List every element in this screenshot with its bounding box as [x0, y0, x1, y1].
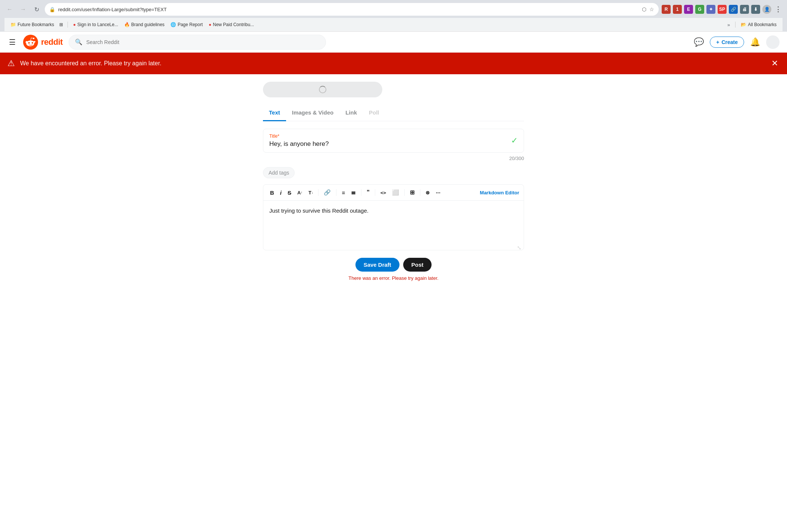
all-bookmarks-folder-icon: 📂	[741, 22, 746, 27]
editor-resize-handle[interactable]: ⤡	[263, 245, 524, 250]
security-icon: 🔒	[49, 7, 55, 12]
forward-button[interactable]: →	[18, 4, 28, 15]
buttons-row: Save Draft Post	[355, 258, 432, 272]
editor-toolbar: B i S A↑ T↓ 🔗 ≡ ≣ " <> ⬜ ⊞ ⊗ ··· Markdow…	[263, 185, 524, 201]
separator-2	[735, 22, 736, 28]
tab-link[interactable]: Link	[339, 105, 363, 121]
bookmark-label: Sign in to LanceLe...	[77, 22, 118, 27]
toolbar-sep-4	[375, 189, 375, 196]
spoiler-button[interactable]: ⊗	[423, 188, 432, 197]
table-button[interactable]: ⊞	[408, 188, 417, 197]
add-tags-button[interactable]: Add tags	[263, 167, 295, 178]
required-star: *	[278, 134, 279, 139]
toolbar-sep-6	[420, 189, 420, 196]
bookmark-label: Future Bookmarks	[18, 22, 54, 27]
post-tabs: Text Images & Video Link Poll	[263, 105, 524, 121]
ext-icon-3[interactable]: E	[684, 5, 693, 14]
ext-icon-1[interactable]: R	[662, 5, 671, 14]
create-button[interactable]: + Create	[710, 37, 744, 48]
folder-icon: 📁	[10, 22, 16, 27]
ext-icon-5[interactable]: ✦	[706, 5, 715, 14]
save-draft-button[interactable]: Save Draft	[355, 258, 399, 272]
ext-icon-2[interactable]: 1	[673, 5, 682, 14]
warning-icon: ⚠	[7, 59, 15, 68]
cast-icon[interactable]: ⬡	[642, 6, 646, 12]
text-size-button[interactable]: T↓	[306, 188, 315, 197]
reddit-icon	[23, 35, 38, 50]
main-content: Text Images & Video Link Poll Title* ✓ 2…	[255, 74, 532, 288]
notification-button[interactable]: 🔔	[750, 37, 760, 47]
title-input[interactable]	[269, 140, 518, 148]
search-icon: 🔍	[75, 38, 82, 46]
editor-wrap: B i S A↑ T↓ 🔗 ≡ ≣ " <> ⬜ ⊞ ⊗ ··· Markdow…	[263, 184, 524, 250]
resize-icon: ⤡	[517, 245, 521, 251]
ext-icon-9[interactable]: ⬇	[751, 5, 760, 14]
paid-icon: ●	[209, 22, 211, 27]
ext-icon-8[interactable]: 🖨	[740, 5, 749, 14]
back-button[interactable]: ←	[4, 4, 15, 15]
blockquote-button[interactable]: "	[364, 188, 372, 197]
reddit-logo[interactable]: reddit	[23, 35, 63, 50]
loading-bar	[263, 82, 382, 97]
bookmark-lancele[interactable]: ● Sign in to LanceLe...	[71, 21, 120, 28]
markdown-editor-button[interactable]: Markdown Editor	[480, 190, 519, 195]
tab-text[interactable]: Text	[263, 105, 286, 121]
inline-code-button[interactable]: <>	[378, 188, 389, 197]
browser-chrome: ← → ↻ 🔒 reddit.com/user/Inflation-Large/…	[0, 0, 787, 32]
toolbar-sep-3	[361, 189, 361, 196]
bold-button[interactable]: B	[268, 188, 276, 197]
toolbar-sep-1	[318, 189, 319, 196]
grid-icon[interactable]: ⊞	[58, 21, 65, 28]
ext-icon-6[interactable]: SP	[718, 5, 727, 14]
title-check-icon: ✓	[511, 136, 518, 145]
ordered-list-button[interactable]: ≣	[349, 188, 358, 197]
bookmark-page-report[interactable]: 🌐 Page Report	[168, 21, 205, 28]
error-close-button[interactable]: ✕	[770, 59, 780, 68]
bookmark-future-bookmarks[interactable]: 📁 Future Bookmarks	[8, 21, 56, 28]
loading-area	[263, 82, 524, 97]
bookmark-brand-guidelines[interactable]: 🔥 Brand guidelines	[122, 21, 167, 28]
strikethrough-button[interactable]: S	[285, 188, 294, 197]
avatar[interactable]	[766, 35, 780, 49]
search-input[interactable]	[86, 39, 320, 45]
bookmark-label: Page Report	[178, 22, 203, 27]
code-block-button[interactable]: ⬜	[390, 188, 401, 197]
header-right: 💬 + Create 🔔	[694, 35, 780, 49]
unordered-list-button[interactable]: ≡	[339, 188, 347, 197]
tab-images-video[interactable]: Images & Video	[286, 105, 339, 121]
browser-titlebar: ← → ↻ 🔒 reddit.com/user/Inflation-Large/…	[4, 3, 783, 16]
reload-button[interactable]: ↻	[31, 4, 42, 15]
page-report-icon: 🌐	[170, 22, 176, 27]
search-bar[interactable]: 🔍	[69, 35, 326, 50]
hamburger-button[interactable]: ☰	[7, 36, 17, 48]
editor-body[interactable]: Just trying to survive this Reddit outag…	[263, 201, 524, 245]
bookmark-label: New Paid Contribu...	[213, 22, 254, 27]
chat-button[interactable]: 💬	[694, 37, 704, 47]
toolbar-sep-5	[404, 189, 405, 196]
toolbar-sep-2	[336, 189, 336, 196]
all-bookmarks[interactable]: 📂 All Bookmarks	[739, 21, 779, 28]
ext-icon-4[interactable]: G	[695, 5, 704, 14]
bottom-actions: Save Draft Post There was an error. Plea…	[263, 258, 524, 281]
italic-button[interactable]: i	[278, 188, 284, 197]
all-bookmarks-label: All Bookmarks	[748, 22, 777, 27]
bookmark-paid-contrib[interactable]: ● New Paid Contribu...	[207, 21, 256, 28]
title-label: Title*	[269, 134, 518, 139]
link-button[interactable]: 🔗	[322, 188, 333, 197]
more-button[interactable]: ···	[433, 188, 443, 197]
create-label: Create	[721, 39, 738, 45]
profile-icon[interactable]: 👤	[762, 5, 771, 14]
ext-icon-7[interactable]: 🔗	[729, 5, 738, 14]
address-bar[interactable]: 🔒 reddit.com/user/Inflation-Large/submit…	[45, 3, 659, 16]
title-field-wrap: Title* ✓	[263, 129, 524, 153]
heading-button[interactable]: A↑	[295, 188, 305, 197]
more-icon[interactable]: ⋮	[774, 5, 783, 14]
bookmark-star-icon[interactable]: ☆	[649, 6, 654, 12]
plus-icon: +	[716, 39, 719, 45]
editor-body-text: Just trying to survive this Reddit outag…	[269, 207, 369, 214]
bookmarks-more-area: » 📂 All Bookmarks	[725, 19, 779, 30]
post-button[interactable]: Post	[403, 258, 432, 272]
bottom-error-message: There was an error. Please try again lat…	[348, 275, 438, 281]
brand-icon: 🔥	[124, 22, 130, 27]
more-bookmarks-button[interactable]: »	[725, 19, 732, 30]
